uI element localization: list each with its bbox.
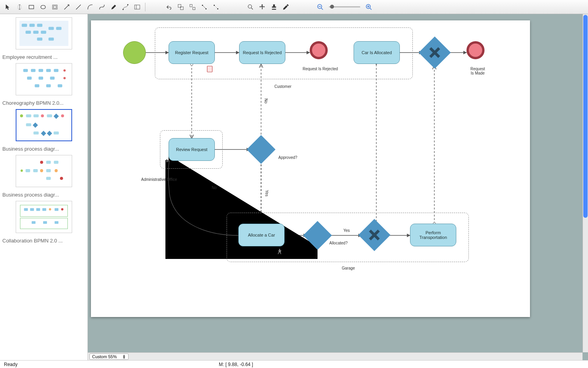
zoom-in-button[interactable] [363, 2, 374, 12]
start-event[interactable] [123, 41, 146, 64]
svg-rect-27 [22, 24, 27, 27]
thumbnail-item[interactable]: Employee recruitment ... [2, 17, 86, 62]
svg-rect-7 [134, 5, 140, 9]
zoom-out-button[interactable] [315, 2, 326, 12]
ungroup-button[interactable] [187, 2, 198, 12]
disconnect-button[interactable] [211, 2, 221, 12]
svg-rect-11 [190, 4, 192, 7]
svg-rect-39 [31, 69, 35, 72]
thumbnail-item[interactable]: Collaboration BPMN 2.0 ... [2, 201, 86, 245]
svg-point-17 [248, 5, 252, 8]
task-label: Perform Transportation [412, 230, 454, 240]
thumbnail-label: Choreography BPMN 2.0... [2, 98, 86, 107]
svg-rect-1 [29, 5, 34, 9]
undo-icon [165, 4, 172, 11]
zoom-button[interactable] [245, 2, 256, 12]
task-perform-transport[interactable]: Perform Transportation [410, 224, 456, 246]
zoom-icon [247, 4, 254, 11]
line-icon [75, 4, 82, 11]
svg-rect-84 [54, 208, 58, 211]
svg-rect-3 [53, 5, 57, 9]
zoom-level-select[interactable]: Custom 55% ▲▼ [89, 353, 129, 360]
canvas-scroll[interactable]: Customer Register Request Request Is Rej… [88, 14, 588, 360]
svg-rect-45 [50, 77, 54, 80]
task-label: Review Request [176, 147, 207, 152]
vertical-scrollbar[interactable] [583, 14, 588, 352]
stepper-icon: ▲▼ [122, 354, 126, 359]
view-tools [245, 2, 291, 12]
task-request-rejected[interactable]: Request Is Rejected [239, 41, 285, 64]
task-label: Car Is Allocated [361, 50, 392, 55]
edge-label-yes2: Yes [343, 228, 350, 233]
svg-point-69 [40, 169, 43, 172]
diagram-page[interactable]: Customer Register Request Request Is Rej… [91, 20, 530, 317]
svg-rect-37 [16, 64, 71, 95]
pane-button[interactable] [132, 2, 143, 12]
arrow-icon [63, 4, 70, 11]
eyedropper-icon [282, 4, 289, 11]
task-car-allocated[interactable]: Car Is Allocated [354, 41, 400, 64]
ellipse-button[interactable] [38, 2, 49, 12]
task-register-request[interactable]: Register Request [169, 41, 215, 64]
svg-line-22 [370, 8, 372, 10]
svg-point-2 [41, 5, 45, 9]
ungroup-icon [189, 4, 196, 11]
curve-button[interactable] [85, 2, 96, 12]
curve-icon [87, 4, 94, 11]
line-button[interactable] [73, 2, 84, 12]
svg-point-89 [61, 208, 63, 211]
gateway-parallel-1[interactable] [419, 36, 451, 69]
node-edit-icon [122, 4, 129, 11]
pan-button[interactable] [257, 2, 268, 12]
svg-rect-29 [37, 24, 42, 27]
pool-label-customer: Customer [274, 84, 291, 89]
edge-label-no2: No [212, 186, 217, 190]
svg-rect-12 [193, 7, 195, 9]
thumbnail-item[interactable]: Business process diagr... [2, 109, 86, 153]
svg-point-91 [279, 249, 280, 250]
thumbnail-item[interactable]: Business process diagr... [2, 155, 86, 199]
group-button[interactable] [175, 2, 186, 12]
svg-rect-59 [26, 123, 31, 126]
node-edit-button[interactable] [120, 2, 131, 12]
manual-task-icon [276, 248, 283, 255]
arrow-button[interactable] [61, 2, 72, 12]
svg-rect-81 [30, 208, 34, 211]
thumbnail-item[interactable]: Choreography BPMN 2.0... [2, 63, 86, 107]
end-event-made[interactable] [466, 41, 485, 59]
svg-point-74 [54, 169, 58, 172]
eyedropper-button[interactable] [280, 2, 291, 12]
zoom-slider[interactable] [329, 6, 360, 7]
svg-point-52 [20, 114, 23, 117]
connect-button[interactable] [199, 2, 210, 12]
gateway-approved[interactable] [247, 135, 276, 164]
task-review-request[interactable]: Review Request [169, 138, 215, 161]
pointer-button[interactable] [2, 2, 13, 12]
svg-rect-34 [56, 27, 62, 30]
svg-rect-4 [53, 6, 56, 8]
status-bar: Ready M: [ 9.88, -0.64 ] [0, 360, 588, 368]
svg-point-76 [60, 177, 63, 180]
svg-line-19 [321, 8, 323, 10]
task-label: Request Is Rejected [243, 50, 281, 55]
rect-button[interactable] [26, 2, 37, 12]
svg-rect-85 [31, 221, 35, 224]
text-cursor-button[interactable] [14, 2, 25, 12]
stamp-button[interactable] [269, 2, 279, 12]
svg-rect-53 [26, 114, 31, 117]
gateway-label-approved: Approved? [278, 155, 297, 160]
svg-rect-47 [46, 84, 51, 87]
pen-button[interactable] [108, 2, 119, 12]
svg-point-70 [40, 161, 43, 164]
container-button[interactable] [49, 2, 60, 12]
ellipse-icon [40, 4, 47, 11]
undo-button[interactable] [163, 2, 174, 12]
svg-rect-36 [48, 38, 54, 41]
task-allocate-car[interactable]: Allocate a Car [238, 224, 285, 246]
status-coords: M: [ 9.88, -0.64 ] [219, 362, 253, 367]
disconnect-icon [212, 4, 220, 11]
text-cursor-icon [16, 4, 23, 11]
page-thumbnails-sidebar[interactable]: Employee recruitment ... Choreography BP… [0, 14, 88, 360]
bezier-button[interactable] [96, 2, 107, 12]
end-event-rejected[interactable] [310, 41, 328, 59]
